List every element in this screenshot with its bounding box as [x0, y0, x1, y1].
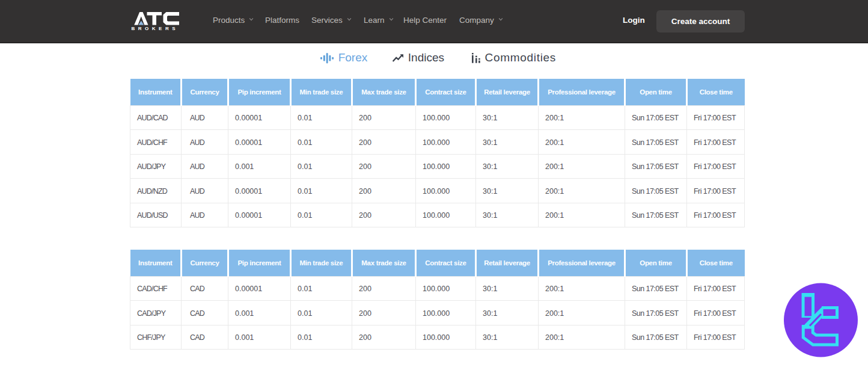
- svg-text:BROKERS: BROKERS: [132, 26, 179, 31]
